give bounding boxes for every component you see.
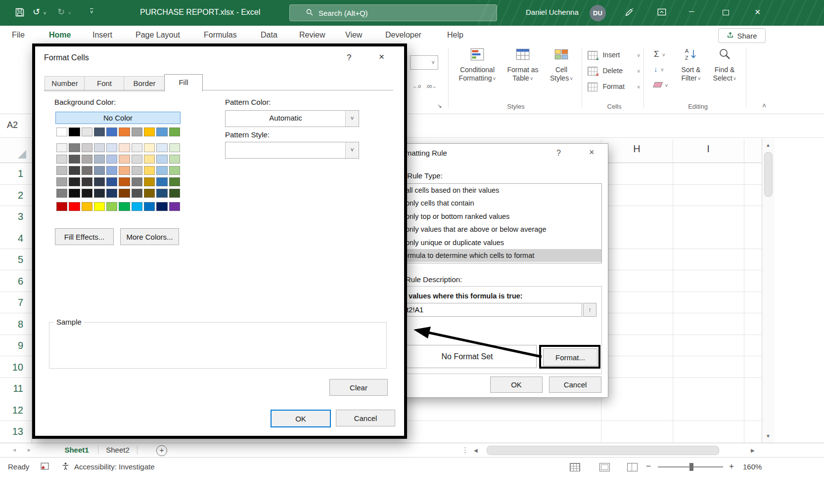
row-header[interactable]: 13 xyxy=(0,421,23,443)
color-swatch[interactable] xyxy=(169,177,180,186)
name-box[interactable]: A2 xyxy=(7,120,18,130)
color-swatch[interactable] xyxy=(56,143,67,152)
conditional-formatting-button[interactable]: Conditional Formatting˅ xyxy=(453,46,502,83)
row-header[interactable]: 7 xyxy=(0,292,23,314)
sheet-next-icon[interactable]: ► xyxy=(27,447,32,453)
share-button[interactable]: Share xyxy=(718,28,766,43)
row-header[interactable]: 8 xyxy=(0,314,23,336)
normal-view-icon[interactable] xyxy=(570,463,580,471)
color-swatch[interactable] xyxy=(169,127,180,136)
row-header[interactable]: 12 xyxy=(0,400,23,421)
color-swatch[interactable] xyxy=(56,202,67,211)
formula-input[interactable] xyxy=(382,303,582,317)
sheet-tab-sheet1[interactable]: Sheet1 xyxy=(58,443,95,459)
tab-view[interactable]: View xyxy=(344,26,363,44)
search-box[interactable]: Search (Alt+Q) xyxy=(289,4,497,21)
color-swatch[interactable] xyxy=(169,189,180,198)
close-icon[interactable]: × xyxy=(589,147,595,158)
user-name[interactable]: Daniel Uchenna xyxy=(526,8,579,16)
color-swatch[interactable] xyxy=(156,127,167,136)
row-header[interactable]: 10 xyxy=(0,357,23,378)
tab-data[interactable]: Data xyxy=(260,26,278,44)
color-swatch[interactable] xyxy=(132,143,142,152)
collapse-ribbon-icon[interactable]: ˄ xyxy=(762,102,766,110)
zoom-out-icon[interactable]: − xyxy=(646,462,651,471)
color-swatch[interactable] xyxy=(144,189,155,198)
color-swatch[interactable] xyxy=(106,143,117,152)
scroll-up-icon[interactable]: ▲ xyxy=(766,142,771,148)
scroll-right-icon[interactable]: ▶ xyxy=(751,448,755,453)
color-swatch[interactable] xyxy=(169,155,180,164)
color-swatch[interactable] xyxy=(144,202,155,211)
color-swatch[interactable] xyxy=(94,155,105,164)
row-header[interactable]: 2 xyxy=(0,185,23,207)
column-header-i[interactable]: I xyxy=(673,143,744,155)
row-header[interactable]: 1 xyxy=(0,163,23,185)
color-swatch[interactable] xyxy=(94,177,105,186)
color-swatch[interactable] xyxy=(119,189,130,198)
tab-home[interactable]: Home xyxy=(48,26,72,44)
color-swatch[interactable] xyxy=(94,127,105,136)
autosum-button[interactable]: Σ ˅ xyxy=(654,49,665,59)
ribbon-display-options-icon[interactable] xyxy=(657,8,667,19)
accessibility-status[interactable]: Accessibility: Investigate xyxy=(74,462,155,471)
color-swatch[interactable] xyxy=(169,202,180,211)
color-swatch[interactable] xyxy=(82,166,92,175)
tab-formulas[interactable]: Formulas xyxy=(203,26,238,44)
color-swatch[interactable] xyxy=(69,177,80,186)
tab-number[interactable]: Number xyxy=(45,76,85,91)
rule-type-option[interactable]: Format only values that are above or bel… xyxy=(377,223,601,236)
color-swatch[interactable] xyxy=(119,143,130,152)
rule-type-option[interactable]: Format only unique or duplicate values xyxy=(377,236,601,249)
color-swatch[interactable] xyxy=(82,143,92,152)
color-swatch[interactable] xyxy=(56,155,67,164)
color-swatch[interactable] xyxy=(106,202,117,211)
color-swatch[interactable] xyxy=(156,166,167,175)
color-swatch[interactable] xyxy=(132,189,142,198)
new-sheet-button[interactable]: + xyxy=(156,445,167,456)
color-swatch[interactable] xyxy=(82,155,92,164)
color-swatch[interactable] xyxy=(132,202,142,211)
color-swatch[interactable] xyxy=(132,127,142,136)
tab-border[interactable]: Border xyxy=(124,76,165,91)
pattern-color-dropdown[interactable]: Automatic ˅ xyxy=(225,110,359,127)
sort-filter-button[interactable]: AZ Sort & Filter˅ xyxy=(676,46,706,83)
accessibility-icon[interactable] xyxy=(61,462,70,472)
row-header[interactable]: 5 xyxy=(0,249,23,271)
pattern-style-dropdown[interactable]: ˅ xyxy=(225,142,359,159)
insert-cells-button[interactable]: + Insert ˅ xyxy=(588,50,640,62)
minimize-button[interactable]: ─ xyxy=(689,7,694,15)
quick-access-customize-icon[interactable]: ˅ xyxy=(90,9,93,15)
tab-review[interactable]: Review xyxy=(298,26,326,44)
column-header-h[interactable]: H xyxy=(601,143,673,155)
number-format-dropdown[interactable]: ˅ xyxy=(410,55,438,70)
range-picker-button[interactable]: ↑ xyxy=(583,303,596,317)
tab-font[interactable]: Font xyxy=(84,76,125,91)
maximize-button[interactable] xyxy=(723,10,729,15)
row-header[interactable]: 6 xyxy=(0,271,23,293)
tab-insert[interactable]: Insert xyxy=(92,26,113,44)
color-swatch[interactable] xyxy=(69,189,80,198)
rule-type-option[interactable]: Format all cells based on their values xyxy=(377,184,601,197)
sheet-prev-icon[interactable]: ◄ xyxy=(12,447,17,453)
help-icon[interactable]: ? xyxy=(556,149,561,158)
color-swatch[interactable] xyxy=(156,189,167,198)
close-window-button[interactable]: × xyxy=(755,6,761,18)
color-swatch[interactable] xyxy=(144,166,155,175)
cancel-button[interactable]: Cancel xyxy=(549,377,601,393)
row-header[interactable]: 4 xyxy=(0,228,23,250)
color-swatch[interactable] xyxy=(94,202,105,211)
fill-button[interactable]: ↓ ˅ xyxy=(654,65,664,74)
macro-record-icon[interactable] xyxy=(41,462,49,471)
cell-styles-button[interactable]: Cell Styles˅ xyxy=(544,46,579,83)
find-select-button[interactable]: Find & Select˅ xyxy=(709,46,740,83)
color-swatch[interactable] xyxy=(119,177,130,186)
color-swatch[interactable] xyxy=(56,177,67,186)
tab-page-layout[interactable]: Page Layout xyxy=(135,26,181,44)
ok-button[interactable]: OK xyxy=(490,377,543,393)
zoom-level[interactable]: 160% xyxy=(743,462,762,471)
color-swatch[interactable] xyxy=(69,127,80,136)
color-swatch[interactable] xyxy=(94,166,105,175)
tab-file[interactable]: File xyxy=(11,26,26,44)
scroll-left-icon[interactable]: ◀ xyxy=(474,448,478,453)
